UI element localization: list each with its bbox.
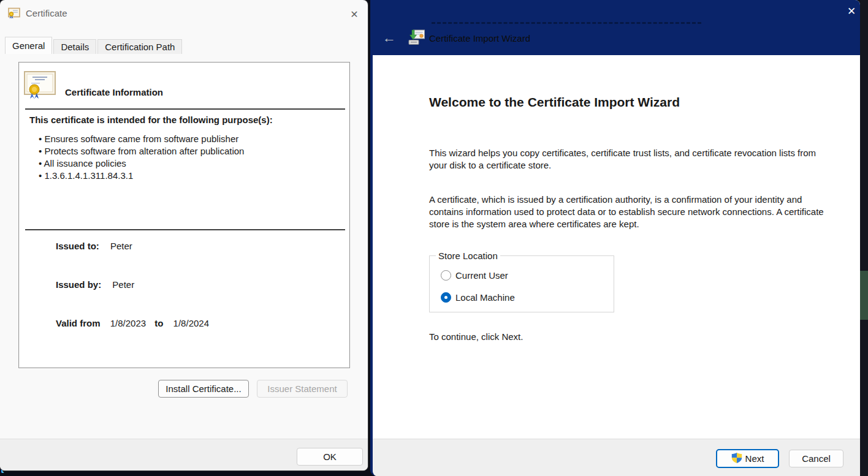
certificate-information-heading: Certificate Information	[65, 87, 163, 97]
validity-row: Valid from 1/8/2023 to 1/8/2024	[56, 318, 209, 328]
issued-to-row: Issued to: Peter	[56, 241, 132, 251]
next-button[interactable]: Next	[716, 449, 779, 468]
wizard-welcome-heading: Welcome to the Certificate Import Wizard	[429, 95, 680, 110]
purpose-heading: This certificate is intended for the fol…	[29, 115, 273, 125]
valid-from-label: Valid from	[56, 318, 101, 328]
certificate-icon	[8, 7, 20, 21]
tab-general[interactable]: General	[5, 37, 52, 54]
tab-certification-path[interactable]: Certification Path	[97, 39, 182, 54]
radio-local-machine[interactable]: Local Machine	[441, 292, 515, 303]
issuer-statement-button[interactable]: Issuer Statement	[257, 380, 348, 398]
install-certificate-button[interactable]: Install Certificate...	[158, 380, 249, 398]
close-icon[interactable]: ✕	[842, 2, 860, 20]
continue-hint-text: To continue, click Next.	[429, 331, 523, 342]
issued-by-value: Peter	[112, 279, 134, 290]
purpose-item: 1.3.6.1.4.1.311.84.3.1	[39, 170, 244, 182]
separator	[25, 108, 345, 110]
wizard-footer: Next Cancel	[373, 439, 860, 476]
dialog-footer: OK	[0, 439, 368, 470]
certificate-dialog: Certificate ✕ General Details Certificat…	[0, 0, 368, 470]
certificate-import-wizard-dialog: ✕ ← Certificate Import Wizard Welcome to…	[370, 0, 860, 476]
certificate-import-wizard-icon	[408, 29, 425, 47]
issued-by-label: Issued by:	[56, 279, 101, 290]
issued-by-row: Issued by: Peter	[56, 279, 134, 290]
certificate-large-icon	[24, 71, 56, 101]
purpose-item: Ensures software came from software publ…	[39, 133, 244, 145]
valid-from-value: 1/8/2023	[110, 318, 146, 328]
wizard-titlebar[interactable]: ✕ ← Certificate Import Wizard	[373, 0, 860, 55]
background-window-ghost-text	[432, 22, 701, 24]
certificate-info-panel: Certificate Information This certificate…	[18, 62, 350, 368]
editor-selection-highlight	[860, 271, 868, 320]
purpose-item: All issuance policies	[39, 157, 244, 170]
radio-current-user-label: Current User	[455, 270, 508, 281]
next-button-label: Next	[745, 453, 764, 464]
radio-button-icon[interactable]	[441, 270, 451, 281]
wizard-title: Certificate Import Wizard	[429, 33, 530, 43]
issued-to-label: Issued to:	[56, 241, 99, 251]
uac-shield-icon	[731, 453, 742, 465]
radio-button-icon-checked[interactable]	[441, 292, 451, 303]
store-location-label: Store Location	[436, 251, 500, 261]
tab-strip: General Details Certification Path	[5, 37, 183, 54]
purpose-item: Protects software from alteration after …	[39, 145, 244, 157]
wizard-description-paragraph: This wizard helps you copy certificates,…	[429, 147, 831, 172]
valid-to-value: 1/8/2024	[173, 318, 209, 328]
certificate-dialog-titlebar[interactable]: Certificate ✕	[0, 0, 368, 27]
radio-local-machine-label: Local Machine	[455, 292, 515, 303]
dialog-title: Certificate	[26, 8, 67, 18]
wizard-description-paragraph: A certificate, which is issued by a cert…	[429, 194, 831, 230]
ok-button[interactable]: OK	[297, 448, 363, 466]
purpose-list: Ensures software came from software publ…	[39, 133, 244, 182]
radio-current-user[interactable]: Current User	[441, 270, 508, 281]
issued-to-value: Peter	[110, 241, 132, 251]
tab-details[interactable]: Details	[53, 39, 96, 54]
background-code-editor	[860, 0, 868, 476]
cancel-button[interactable]: Cancel	[789, 450, 843, 467]
valid-to-label: to	[154, 318, 163, 328]
close-icon[interactable]: ✕	[343, 5, 365, 23]
store-location-groupbox: Store Location Current User Local Machin…	[429, 255, 614, 312]
back-arrow-icon[interactable]: ←	[380, 29, 398, 47]
separator	[25, 229, 345, 230]
